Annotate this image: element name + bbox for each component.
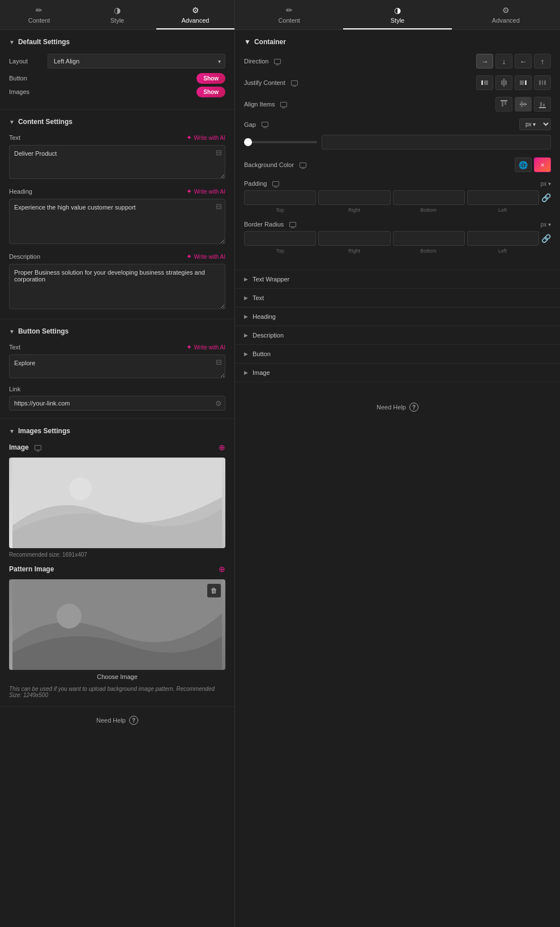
content-settings-header[interactable]: ▼ Content Settings bbox=[9, 118, 225, 126]
border-radius-sublabels: Top Right Bottom Left bbox=[244, 248, 551, 254]
container-header[interactable]: ▼ Container bbox=[244, 38, 551, 46]
default-settings-header[interactable]: ▼ Default Settings bbox=[9, 38, 225, 46]
left-need-help[interactable]: Need Help ? bbox=[0, 707, 234, 734]
pattern-image-preview[interactable]: 🗑 bbox=[9, 579, 225, 670]
direction-btn-up[interactable]: ↑ bbox=[534, 54, 551, 69]
tab-content-right[interactable]: ✏ Content bbox=[235, 0, 343, 29]
padding-left[interactable] bbox=[467, 190, 539, 205]
images-toggle[interactable]: Show bbox=[196, 87, 225, 97]
link-input[interactable] bbox=[9, 396, 225, 411]
padding-row: Padding px ▾ 🔗 Top Right Bottom Left bbox=[244, 180, 551, 213]
padding-right[interactable] bbox=[318, 190, 390, 205]
svg-rect-5 bbox=[484, 80, 488, 85]
pattern-delete-button[interactable]: 🗑 bbox=[207, 584, 221, 597]
description-section[interactable]: ▶ Description bbox=[235, 326, 560, 345]
images-settings-arrow: ▼ bbox=[9, 428, 15, 434]
svg-rect-11 bbox=[539, 80, 541, 85]
gap-row: Gap px ▾ em ▾ % ▾ bbox=[244, 118, 551, 130]
gap-slider[interactable] bbox=[244, 141, 317, 143]
layout-select[interactable]: Left Align Center Align Right Align bbox=[48, 54, 225, 69]
button-settings-header[interactable]: ▼ Button Settings bbox=[9, 327, 225, 335]
button-row: Button Show bbox=[9, 74, 225, 82]
text-section[interactable]: ▶ Text bbox=[235, 289, 560, 307]
image-section[interactable]: ▶ Image bbox=[235, 364, 560, 382]
pattern-expand-icon[interactable]: ⊕ bbox=[219, 565, 225, 574]
link-group: Link ⚙ bbox=[9, 386, 225, 411]
image-preview[interactable] bbox=[9, 458, 225, 548]
style-icon-left: ◑ bbox=[114, 6, 121, 15]
svg-rect-4 bbox=[481, 80, 483, 85]
button-toggle[interactable]: Show bbox=[196, 73, 225, 84]
text-delete-icon[interactable]: ⊟ bbox=[216, 148, 222, 157]
padding-bottom[interactable] bbox=[393, 190, 465, 205]
description-textarea[interactable]: Proper Business solution for your develo… bbox=[9, 264, 225, 309]
tab-style-right[interactable]: ◑ Style bbox=[343, 0, 451, 29]
justify-btn-start[interactable] bbox=[476, 75, 493, 90]
align-btn-center[interactable] bbox=[515, 97, 532, 112]
gap-slider-wrap bbox=[244, 135, 551, 149]
bg-color-row: Background Color 🌐 bbox=[244, 157, 551, 172]
direction-btn-left[interactable]: ← bbox=[515, 54, 532, 69]
button-text-delete-icon[interactable]: ⊟ bbox=[216, 358, 222, 366]
gap-unit-select[interactable]: px ▾ em ▾ % ▾ bbox=[519, 118, 551, 130]
link-header: Link bbox=[9, 386, 225, 392]
justify-content-row: Justify Content bbox=[244, 75, 551, 90]
image-expand-icon[interactable]: ⊕ bbox=[219, 443, 225, 452]
heading-delete-icon[interactable]: ⊟ bbox=[216, 202, 222, 211]
justify-btn-space[interactable] bbox=[534, 75, 551, 90]
justify-btn-end[interactable] bbox=[515, 75, 532, 90]
choose-image-button[interactable]: Choose Image bbox=[9, 670, 225, 683]
content-settings-arrow: ▼ bbox=[9, 119, 15, 125]
gap-input[interactable] bbox=[322, 135, 551, 149]
description-write-ai[interactable]: ✦ Write with AI bbox=[186, 253, 225, 260]
align-btn-start[interactable] bbox=[495, 97, 512, 112]
right-need-help[interactable]: Need Help ? bbox=[235, 394, 560, 421]
justify-buttons bbox=[476, 75, 551, 90]
padding-top[interactable] bbox=[244, 190, 316, 205]
images-settings-header[interactable]: ▼ Images Settings bbox=[9, 427, 225, 435]
tab-advanced-left[interactable]: ⚙ Advanced bbox=[156, 0, 234, 29]
default-settings-arrow: ▼ bbox=[9, 39, 15, 45]
text-wrapper-section[interactable]: ▶ Text Wrapper bbox=[235, 270, 560, 289]
pattern-image-wrap: 🗑 Choose Image bbox=[9, 579, 225, 683]
tab-style-left[interactable]: ◑ Style bbox=[78, 0, 156, 29]
description-field-group: Description ✦ Write with AI Proper Busin… bbox=[9, 253, 225, 311]
button-text-textarea[interactable]: Explore bbox=[9, 354, 225, 378]
ai-sparkle-icon-btn: ✦ bbox=[186, 343, 192, 351]
tab-content-left[interactable]: ✏ Content bbox=[0, 0, 78, 29]
image-title: Image bbox=[9, 443, 41, 451]
button-settings-arrow: ▼ bbox=[9, 328, 15, 335]
content-settings-section: ▼ Content Settings Text ✦ Write with AI … bbox=[0, 110, 234, 319]
padding-link-icon[interactable]: 🔗 bbox=[541, 193, 551, 202]
border-radius-link-icon[interactable]: 🔗 bbox=[541, 234, 551, 243]
button-write-ai[interactable]: ✦ Write with AI bbox=[186, 343, 225, 351]
content-icon-right: ✏ bbox=[286, 6, 293, 15]
text-write-ai[interactable]: ✦ Write with AI bbox=[186, 134, 225, 142]
heading-textarea[interactable]: Experience the high value customer suppo… bbox=[9, 199, 225, 244]
description-textarea-wrap: Proper Business solution for your develo… bbox=[9, 264, 225, 311]
border-radius-right[interactable] bbox=[318, 231, 390, 246]
text-textarea[interactable]: Deliver Product bbox=[9, 145, 225, 179]
bg-color-gradient-btn[interactable] bbox=[534, 157, 551, 172]
gap-right: px ▾ em ▾ % ▾ bbox=[519, 118, 551, 130]
tab-advanced-right[interactable]: ⚙ Advanced bbox=[452, 0, 560, 29]
direction-row: Direction → ↓ ← ↑ bbox=[244, 54, 551, 69]
container-arrow: ▼ bbox=[244, 38, 251, 46]
border-radius-label: Border Radius bbox=[244, 221, 296, 228]
border-radius-bottom[interactable] bbox=[393, 231, 465, 246]
border-radius-left[interactable] bbox=[467, 231, 539, 246]
border-radius-top[interactable] bbox=[244, 231, 316, 246]
direction-btn-down[interactable]: ↓ bbox=[495, 54, 512, 69]
bg-color-solid-btn[interactable]: 🌐 bbox=[515, 157, 532, 172]
direction-btn-right[interactable]: → bbox=[476, 54, 493, 69]
align-btn-end[interactable] bbox=[534, 97, 551, 112]
justify-btn-center[interactable] bbox=[495, 75, 512, 90]
link-settings-icon[interactable]: ⚙ bbox=[215, 399, 222, 408]
heading-section[interactable]: ▶ Heading bbox=[235, 307, 560, 326]
heading-write-ai[interactable]: ✦ Write with AI bbox=[186, 187, 225, 195]
button-section[interactable]: ▶ Button bbox=[235, 345, 560, 364]
svg-rect-19 bbox=[524, 102, 525, 106]
svg-rect-6 bbox=[501, 80, 503, 85]
svg-rect-22 bbox=[543, 104, 545, 106]
images-row: Images Show bbox=[9, 88, 225, 96]
